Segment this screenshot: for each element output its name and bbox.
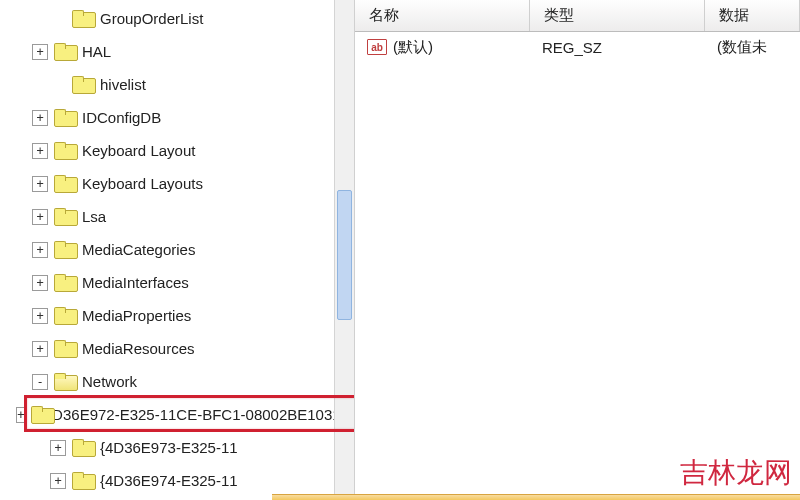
expand-icon[interactable]: +	[32, 275, 48, 291]
expand-icon[interactable]: +	[32, 143, 48, 159]
expand-icon[interactable]: +	[32, 209, 48, 225]
tree-item-label: MediaProperties	[82, 307, 191, 324]
value-data: (数值未	[705, 38, 800, 57]
folder-icon	[72, 76, 94, 94]
folder-icon	[72, 439, 94, 457]
tree-item-label: MediaCategories	[82, 241, 195, 258]
tree-item[interactable]: +{4D36E974-E325-11	[14, 464, 354, 497]
tree-item[interactable]: +GroupOrderList	[14, 2, 354, 35]
expand-icon[interactable]: +	[50, 440, 66, 456]
value-name-cell: ab(默认)	[355, 38, 530, 57]
tree-item-label: Keyboard Layouts	[82, 175, 203, 192]
tree-item-label: HAL	[82, 43, 111, 60]
registry-tree[interactable]: +GroupOrderList+HAL+hivelist+IDConfigDB+…	[14, 0, 354, 500]
tree-item-label: MediaResources	[82, 340, 195, 357]
tree-item[interactable]: +IDConfigDB	[14, 101, 354, 134]
column-data[interactable]: 数据	[705, 0, 800, 31]
tree-item[interactable]: +MediaResources	[14, 332, 354, 365]
tree-item-label: {4D36E973-E325-11	[100, 439, 238, 456]
values-list: ab(默认)REG_SZ(数值未	[355, 32, 800, 62]
reg-string-icon: ab	[367, 39, 387, 55]
expand-icon[interactable]: +	[32, 176, 48, 192]
folder-icon	[54, 340, 76, 358]
tree-scrollbar[interactable]	[334, 0, 354, 500]
tree-item[interactable]: +HAL	[14, 35, 354, 68]
expand-icon[interactable]: +	[32, 308, 48, 324]
value-type: REG_SZ	[530, 39, 705, 56]
tree-item-label: MediaInterfaces	[82, 274, 189, 291]
column-type[interactable]: 类型	[530, 0, 705, 31]
tree-item[interactable]: +Lsa	[14, 200, 354, 233]
registry-editor: +GroupOrderList+HAL+hivelist+IDConfigDB+…	[0, 0, 800, 500]
tree-item-label: Network	[82, 373, 137, 390]
watermark: 吉林龙网	[680, 454, 792, 492]
folder-icon	[54, 109, 76, 127]
value-name: (默认)	[393, 38, 433, 57]
tree-pane: +GroupOrderList+HAL+hivelist+IDConfigDB+…	[0, 0, 355, 500]
decoration-strip	[272, 494, 800, 500]
tree-item-label: IDConfigDB	[82, 109, 161, 126]
folder-icon	[54, 274, 76, 292]
tree-item[interactable]: +MediaProperties	[14, 299, 354, 332]
folder-icon	[72, 472, 94, 490]
tree-item[interactable]: +{4D36E972-E325-11CE-BFC1-08002BE10318}	[14, 398, 354, 431]
folder-icon	[72, 10, 94, 28]
tree-item[interactable]: -Network	[14, 365, 354, 398]
expand-icon[interactable]: +	[50, 473, 66, 489]
collapse-icon[interactable]: -	[32, 374, 48, 390]
expand-icon[interactable]: +	[32, 44, 48, 60]
tree-item-label: {4D36E974-E325-11	[100, 472, 238, 489]
folder-icon	[31, 406, 32, 424]
folder-icon	[54, 43, 76, 61]
expand-icon[interactable]: +	[32, 341, 48, 357]
tree-item[interactable]: +Keyboard Layouts	[14, 167, 354, 200]
tree-item-label: Keyboard Layout	[82, 142, 195, 159]
column-header: 名称 类型 数据	[355, 0, 800, 32]
folder-icon	[54, 175, 76, 193]
column-name[interactable]: 名称	[355, 0, 530, 31]
tree-item-label: {4D36E972-E325-11CE-BFC1-08002BE10318}	[39, 406, 354, 423]
tree-item[interactable]: +Keyboard Layout	[14, 134, 354, 167]
folder-icon	[54, 307, 76, 325]
value-row[interactable]: ab(默认)REG_SZ(数值未	[355, 32, 800, 62]
tree-item-label: Lsa	[82, 208, 106, 225]
expand-icon[interactable]: +	[32, 242, 48, 258]
folder-icon	[54, 241, 76, 259]
expand-icon[interactable]: +	[32, 110, 48, 126]
expand-icon[interactable]: +	[16, 407, 25, 423]
tree-item-label: hivelist	[100, 76, 146, 93]
folder-icon	[54, 373, 76, 391]
tree-item[interactable]: +hivelist	[14, 68, 354, 101]
tree-item[interactable]: +MediaInterfaces	[14, 266, 354, 299]
folder-icon	[54, 208, 76, 226]
tree-item[interactable]: +{4D36E973-E325-11	[14, 431, 354, 464]
folder-icon	[54, 142, 76, 160]
tree-item[interactable]: +MediaCategories	[14, 233, 354, 266]
tree-item-label: GroupOrderList	[100, 10, 203, 27]
scrollbar-thumb[interactable]	[337, 190, 352, 320]
values-pane: 名称 类型 数据 ab(默认)REG_SZ(数值未	[355, 0, 800, 500]
